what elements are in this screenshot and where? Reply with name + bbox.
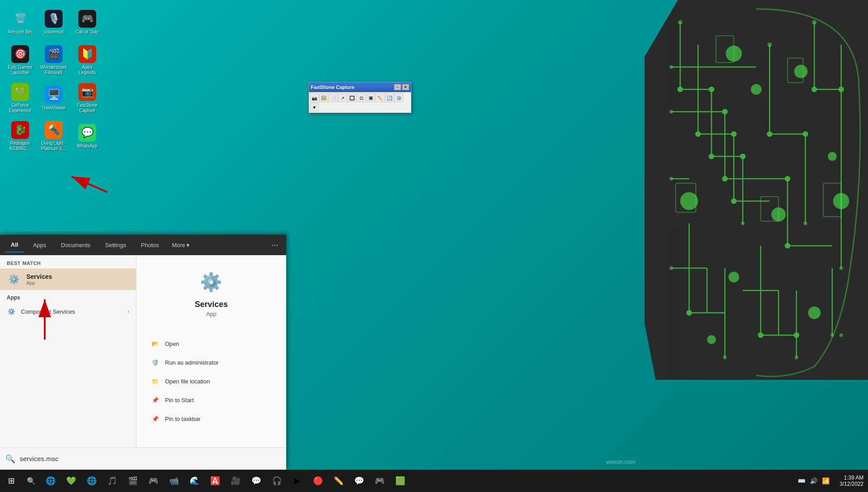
teamviewer-icon-item[interactable]: 🖥️ TeamViewer [38,80,69,116]
svg-point-64 [669,65,673,69]
faststone-toolbar: 📷 🖼️ ⬜ ↗ 🔲 ⊡ 🔳 ✏️ 🔄 ⚙️ ▼ [309,92,411,113]
toolbar-icon-4[interactable]: ↗ [338,93,347,102]
toolbar-icon-5[interactable]: 🔲 [347,93,356,102]
recycle-bin-icon-item[interactable]: 🗑️ Recycle Bin [4,4,36,40]
taskbar-green[interactable]: 🟩 [390,470,411,492]
services-result-item[interactable]: ⚙️ Services App [0,269,136,290]
taskbar-clock[interactable]: 1:39 AM 3/12/2022 [835,475,868,487]
toolbar-icon-8[interactable]: ✏️ [376,93,385,102]
toolbar-icon-6[interactable]: ⊡ [357,93,366,102]
svg-point-43 [839,87,843,92]
taskbar-chrome[interactable]: 🌐 [81,470,102,492]
close-button[interactable]: ✕ [402,84,409,90]
start-icon: ⊞ [8,476,15,486]
epicgames-label: Epic Games Launcher [6,65,34,76]
tab-settings[interactable]: Settings [99,238,132,252]
start-menu: All Apps Documents Settings Photos More … [0,235,286,470]
tray-volume-icon[interactable]: 🔊 [809,476,819,486]
action-run-as-admin[interactable]: 🛡️ Run as administrator [145,354,277,371]
taskbar-teamspeak[interactable]: 🎧 [267,470,287,492]
action-pin-to-start[interactable]: 📌 Pin to Start [145,391,277,408]
open-icon: 📂 [151,339,160,348]
taskbar: ⊞ 🔍 🌐 💚 🌐 🎵 🎬 🎮 📹 🌊 🅰️ 🎥 💬 🎧 ▶ 🔴 ✏️ 💬 🎮 … [0,470,868,492]
taskbar-edge[interactable]: 🌐 [40,470,61,492]
search-bar: 🔍 [0,447,286,470]
action-open-file-location[interactable]: 📁 Open file location [145,373,277,390]
svg-point-50 [794,333,799,337]
dyinglight-icon-item[interactable]: 🔦 Dying Light - Platinum E... [38,118,69,154]
desktop-icon-row-4: 🐉 Redragon K530RG... 🔦 Dying Light - Pla… [4,118,103,154]
whatsapp-icon-item[interactable]: 💬 WhatsApp [72,118,103,154]
search-input[interactable] [20,455,281,463]
taskbar-nvidia[interactable]: 💚 [61,470,81,492]
taskbar-epic[interactable]: 🎮 [143,470,164,492]
svg-point-57 [707,335,716,344]
geforce-icon-item[interactable]: 💚 GeForce Experience [4,80,36,116]
taskbar-arrow[interactable]: ▶ [287,470,308,492]
voicemod-icon-item[interactable]: 🎙️ Voicemod [38,4,69,40]
faststone-capture-window: FastStone Capture − ✕ 📷 🖼️ ⬜ ↗ 🔲 ⊡ 🔳 ✏️ … [309,82,411,113]
taskbar-edge2[interactable]: 🌊 [184,470,205,492]
toolbar-icon-11[interactable]: ▼ [310,103,319,112]
tab-photos[interactable]: Photos [135,238,165,252]
desktop-icon-row-3: 💚 GeForce Experience 🖥️ TeamViewer 📷 Fas… [4,80,103,116]
redragon-icon-item[interactable]: 🐉 Redragon K530RG... [4,118,36,154]
faststone-label: FastStone Capture [73,103,101,114]
taskbar-steam[interactable]: 🎮 [369,470,390,492]
tab-more[interactable]: More ▾ [167,238,194,252]
svg-point-55 [728,272,739,282]
toolbar-icon-9[interactable]: 🔄 [385,93,394,102]
taskbar-zoom[interactable]: 📹 [164,470,184,492]
tab-apps[interactable]: Apps [27,238,53,252]
tray-network-icon[interactable]: 📶 [821,476,831,486]
wondershare-icon-item[interactable]: 🎬 Wondershare Filmora9 [38,42,69,78]
more-options-button[interactable]: ··· [268,239,282,252]
toolbar-icon-10[interactable]: ⚙️ [394,93,403,102]
wondershare-label: Wondershare Filmora9 [40,65,68,76]
svg-point-46 [785,177,790,181]
minimize-button[interactable]: − [394,84,401,90]
toolbar-icon-1[interactable]: 📷 [310,93,319,102]
faststone-titlebar[interactable]: FastStone Capture − ✕ [309,82,411,92]
taskbar-search-icon: 🔍 [27,477,36,485]
svg-point-49 [758,333,763,337]
apexlegends-icon-item[interactable]: 🔰 Apex Legends [72,42,103,78]
component-services-item[interactable]: ⚙️ Component Services › [0,303,136,320]
taskbar-discord[interactable]: 💬 [246,470,267,492]
taskbar-pinned-items: 🌐 💚 🌐 🎵 🎬 🎮 📹 🌊 🅰️ 🎥 💬 🎧 ▶ 🔴 ✏️ 💬 🎮 🟩 [40,470,411,492]
svg-point-73 [723,356,727,359]
taskbar-search-button[interactable]: 🔍 [22,470,40,492]
svg-point-65 [669,110,673,114]
svg-point-48 [687,311,691,315]
clock-date: 3/12/2022 [840,481,864,487]
epicgames-icon-item[interactable]: 🎯 Epic Games Launcher [4,42,36,78]
taskbar-spotify[interactable]: 🎵 [102,470,123,492]
action-open[interactable]: 📂 Open [145,335,277,352]
toolbar-icon-3[interactable]: ⬜ [329,93,338,102]
taskbar-wacom[interactable]: ✏️ [328,470,349,492]
svg-point-40 [767,132,772,136]
tab-documents[interactable]: Documents [55,238,97,252]
tab-all[interactable]: All [4,238,25,252]
tray-keyboard-icon[interactable]: ⌨️ [796,476,807,486]
services-result-name: Services [26,273,52,280]
taskbar-whatsapp[interactable]: 💬 [349,470,369,492]
svg-point-59 [751,84,762,95]
callofduty-icon-item[interactable]: 🎮 Call of Duty [72,4,103,40]
taskbar-adobe[interactable]: 🅰️ [205,470,225,492]
toolbar-icon-2[interactable]: 🖼️ [319,93,328,102]
best-match-label: Best match [0,255,136,269]
desktop-icon-row-2: 🎯 Epic Games Launcher 🎬 Wondershare Film… [4,42,103,78]
action-pin-to-taskbar[interactable]: 📌 Pin to taskbar [145,410,277,427]
svg-point-47 [785,244,790,248]
faststone-icon-item[interactable]: 📷 FastStone Capture [72,80,103,116]
search-bar-icon: 🔍 [5,454,15,464]
taskbar-premiere[interactable]: 🎬 [123,470,143,492]
component-services-name: Component Services [21,308,122,315]
start-button[interactable]: ⊞ [0,470,22,492]
toolbar-icon-7[interactable]: 🔳 [366,93,375,102]
taskbar-obs[interactable]: 🎥 [225,470,246,492]
taskbar-red[interactable]: 🔴 [308,470,328,492]
component-arrow-icon: › [127,308,129,315]
svg-point-68 [741,222,745,225]
